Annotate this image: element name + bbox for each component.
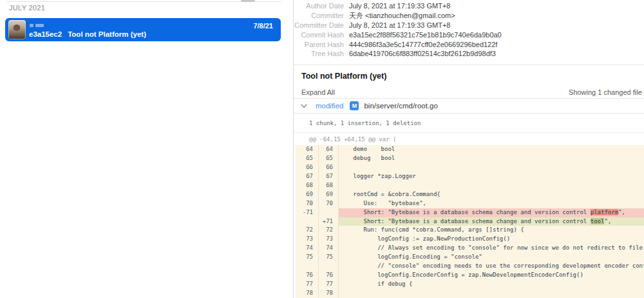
commit-list-panel: JULY 2021 e3a15ec2 Tool not Platform (ye… bbox=[0, 0, 293, 298]
diff-line-code: Short: "Bytebase is a database schema ch… bbox=[339, 208, 644, 217]
diff-line: 73 73 logConfig := zap.NewProductionConf… bbox=[296, 235, 644, 244]
new-line-number: 67 bbox=[319, 172, 339, 181]
meta-row: Author Date July 8, 2021 at 17:19:33 GMT… bbox=[294, 1, 644, 11]
meta-label: Tree Hash bbox=[294, 50, 344, 57]
new-line-number: 75 bbox=[319, 253, 339, 262]
commit-short-hash: e3a15ec2 bbox=[29, 30, 62, 38]
diff-line: 68 68 bbox=[296, 181, 644, 190]
meta-label: Committer Date bbox=[294, 21, 344, 29]
author-avatar bbox=[8, 20, 26, 39]
diff-line-code: debug bool bbox=[339, 154, 644, 163]
diff-line-code bbox=[339, 163, 644, 172]
new-line-number: 72 bbox=[319, 226, 339, 235]
new-line-number: 66 bbox=[319, 163, 339, 172]
diff-line: -71 Short: "Bytebase is a database schem… bbox=[296, 208, 644, 217]
diff-line-code: rootCmd = &cobra.Command{ bbox=[339, 190, 644, 199]
modified-badge: M bbox=[350, 101, 359, 110]
meta-row: Commit Hash e3a15ec2f88f56321c75e1b81b9c… bbox=[294, 30, 644, 39]
meta-label: Author Date bbox=[294, 2, 344, 10]
old-line-number: 66 bbox=[296, 163, 319, 172]
diff-line-code: logger *zap.Logger bbox=[339, 172, 644, 181]
meta-value: July 8, 2021 at 17:19:33 GMT+8 bbox=[349, 21, 450, 29]
old-line-number: 72 bbox=[296, 226, 319, 235]
hunk-header: @@ -64,15 +64,15 @@ var ( bbox=[294, 133, 644, 145]
old-line-number: 77 bbox=[296, 280, 319, 289]
diff-line: 77 77 if debug { bbox=[296, 280, 644, 289]
redacted-author-name bbox=[30, 24, 33, 27]
new-line-number: 70 bbox=[319, 199, 339, 208]
old-line-number: 70 bbox=[296, 199, 319, 208]
old-line-number: 65 bbox=[296, 154, 319, 163]
old-line-number: -71 bbox=[296, 208, 319, 217]
meta-value: 6dabe419706c6f883ff02514c3bf2612b9d98df3 bbox=[349, 50, 496, 57]
diff-line: 76 76 logConfig.EncoderConfig = zap.NewD… bbox=[296, 271, 644, 280]
old-line-number: 67 bbox=[296, 172, 319, 181]
diff-body: 64 64 demo bool 65 65 debug bool 66 66 6… bbox=[296, 145, 644, 298]
diff-line-code bbox=[339, 289, 644, 298]
diff-line-code: // "console" encoding needs to use the c… bbox=[339, 262, 644, 271]
new-line-number: 69 bbox=[319, 190, 339, 199]
old-line-number: 69 bbox=[296, 190, 319, 199]
expand-all-button[interactable]: Expand All bbox=[301, 88, 335, 96]
new-line-number: 74 bbox=[319, 244, 339, 253]
diff-line: 75 75 logConfig.Encoding = "console" bbox=[296, 253, 644, 262]
old-line-number: 75 bbox=[296, 253, 319, 262]
meta-row: Tree Hash 6dabe419706c6f883ff02514c3bf26… bbox=[294, 49, 644, 59]
scroll-indicator bbox=[241, 0, 255, 2]
meta-row: Parent Hash 444c986f3a3e5c14777cff0e2e06… bbox=[294, 39, 644, 49]
commit-message-title: Tool not Platform (yet) bbox=[294, 66, 644, 86]
new-line-number: 65 bbox=[319, 154, 339, 163]
meta-row: Committer 天舟 <tianzhouchen@gmail.com> bbox=[294, 11, 644, 21]
new-line-number: 78 bbox=[319, 289, 339, 298]
old-line-number: 76 bbox=[296, 271, 319, 280]
diff-line: // "console" encoding needs to use the c… bbox=[296, 262, 644, 271]
file-path: bin/server/cmd/root.go bbox=[364, 102, 437, 110]
meta-value: 天舟 <tianzhouchen@gmail.com> bbox=[349, 11, 455, 21]
chevron-down-icon[interactable] bbox=[301, 104, 307, 108]
meta-value: July 8, 2021 at 17:19:33 GMT+8 bbox=[349, 2, 450, 10]
old-line-number bbox=[296, 262, 319, 271]
commit-date: 7/8/21 bbox=[253, 22, 273, 30]
diff-toolbar: Expand All Showing 1 changed file with 1… bbox=[294, 86, 644, 98]
diff-line: 72 72 Run: func(cmd *cobra.Command, args… bbox=[296, 226, 644, 235]
commit-detail-panel: Author Date July 8, 2021 at 17:19:33 GMT… bbox=[294, 0, 644, 298]
diff-line: 66 66 bbox=[296, 163, 644, 172]
commit-summary-line: e3a15ec2 Tool not Platform (yet) bbox=[29, 30, 146, 38]
old-line-number bbox=[296, 217, 319, 226]
divider bbox=[6, 1, 281, 2]
old-line-number: 68 bbox=[296, 181, 319, 190]
meta-label: Committer bbox=[294, 12, 344, 19]
diff-line-code: logConfig.EncoderConfig = zap.NewDevelop… bbox=[339, 271, 644, 280]
diff-line: 78 78 bbox=[296, 289, 644, 298]
file-diff-header[interactable]: modified M bin/server/cmd/root.go bbox=[294, 99, 644, 113]
file-status-label: modified bbox=[316, 102, 343, 110]
new-line-number: 73 bbox=[319, 235, 339, 244]
diff-line: 74 74 // Always set encoding to "console… bbox=[296, 244, 644, 253]
diff-line: 64 64 demo bool bbox=[296, 145, 644, 154]
meta-value: e3a15ec2f88f56321c75e1b81b9c740e6da9b0a0 bbox=[349, 31, 502, 39]
meta-label: Commit Hash bbox=[294, 31, 344, 39]
diff-line-code: demo bool bbox=[339, 145, 644, 154]
diff-line-code: logConfig := zap.NewProductionConfig() bbox=[339, 235, 644, 244]
diff-line-code: // Always set encoding to "console" for … bbox=[339, 244, 644, 253]
new-line-number: 64 bbox=[319, 145, 339, 154]
new-line-number bbox=[319, 208, 339, 217]
new-line-number bbox=[319, 262, 339, 271]
new-line-number: 68 bbox=[319, 181, 339, 190]
diff-line-code: Short: "Bytebase is a database schema ch… bbox=[339, 217, 644, 226]
meta-label: Parent Hash bbox=[294, 41, 344, 48]
commit-message: Tool not Platform (yet) bbox=[68, 30, 146, 38]
diff-line: +71 Short: "Bytebase is a database schem… bbox=[296, 217, 644, 226]
diff-line-code: Use: "bytebase", bbox=[339, 199, 644, 208]
new-line-number: 77 bbox=[319, 280, 339, 289]
old-line-number: 64 bbox=[296, 145, 319, 154]
diff-line-code: if debug { bbox=[339, 280, 644, 289]
commit-list-item-selected[interactable]: e3a15ec2 Tool not Platform (yet) 7/8/21 bbox=[5, 18, 281, 41]
old-line-number: 73 bbox=[296, 235, 319, 244]
commit-list-section-header: JULY 2021 bbox=[9, 4, 45, 12]
old-line-number: 78 bbox=[296, 289, 319, 298]
new-line-number: 76 bbox=[319, 271, 339, 280]
diff-line: 70 70 Use: "bytebase", bbox=[296, 199, 644, 208]
new-line-number: +71 bbox=[319, 217, 339, 226]
meta-row: Committer Date July 8, 2021 at 17:19:33 … bbox=[294, 21, 644, 30]
